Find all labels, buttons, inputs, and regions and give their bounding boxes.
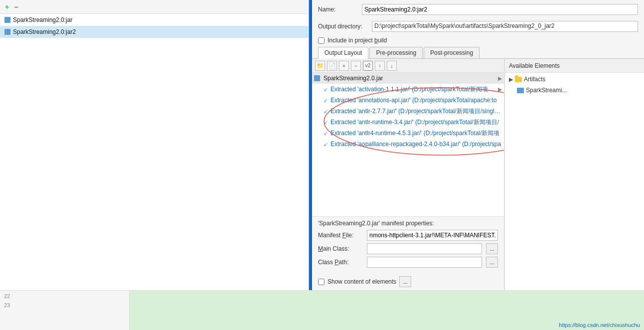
- extract-icon: [322, 86, 329, 93]
- jar-icon: [4, 28, 11, 35]
- manifest-title: 'SparkStreaming2.0.jar' manifest propert…: [318, 220, 498, 227]
- left-toolbar: + −: [0, 0, 309, 14]
- manifest-file-row: Manifest File:: [318, 230, 498, 241]
- tab-pre-processing[interactable]: Pre-processing: [369, 47, 423, 58]
- output-dir-label: Output directory:: [318, 23, 368, 30]
- expand-arrow: ▶: [498, 75, 502, 82]
- more-arrow: ▶: [498, 86, 502, 93]
- line-number-23: 23: [4, 301, 125, 310]
- more-icon: ...: [403, 279, 408, 285]
- bottom-left: 22 23: [0, 291, 130, 330]
- file-icon: 📄: [328, 62, 336, 69]
- show-content-checkbox[interactable]: [318, 279, 324, 285]
- line-numbers: 22 23: [0, 291, 129, 311]
- tree-root-item[interactable]: SparkStreaming2.0.jar ▶: [312, 73, 504, 84]
- extract-icon: [322, 108, 329, 115]
- down-icon: ↓: [390, 63, 393, 69]
- manifest-file-input[interactable]: [367, 230, 498, 241]
- tree-item-text: Extracted 'antlr-runtime-3.4.jar/' (D:/p…: [330, 118, 499, 127]
- tree-item-text: Extracted 'antlr4-runtime-4.5.3.jar/' (D…: [330, 129, 499, 138]
- class-path-browse-button[interactable]: ...: [486, 257, 498, 268]
- jar-icon: [314, 75, 320, 81]
- line-number-22: 22: [4, 292, 125, 301]
- artifact-name: SparkStreaming2.0:jar: [13, 16, 72, 23]
- main-class-browse-button[interactable]: ...: [486, 243, 498, 254]
- extract-icon: [322, 97, 329, 104]
- available-header: Available Elements: [505, 59, 644, 73]
- main-class-row: Main Class: ...: [318, 243, 498, 254]
- avail-item-sparkstreaming[interactable]: SparkStreami...: [505, 85, 644, 96]
- tree-item-text: Extracted 'antlr-2.7.7.jar/' (D:/project…: [330, 107, 502, 116]
- tree-content: SparkStreaming2.0.jar ▶ Extracted 'activ…: [312, 73, 504, 150]
- content-area: 📁 📄 + − v2 ↑: [312, 59, 644, 290]
- up-icon: ↑: [378, 63, 381, 69]
- tree-root-name: SparkStreaming2.0.jar: [323, 75, 383, 82]
- main-class-input[interactable]: [367, 243, 482, 254]
- artifact-tree-section: 📁 📄 + − v2 ↑: [312, 59, 504, 290]
- avail-spark-name: SparkStreami...: [526, 87, 567, 94]
- include-checkbox-row: Include in project build: [312, 34, 644, 47]
- extract-icon: [322, 119, 329, 126]
- main-class-label: Main Class:: [318, 245, 363, 252]
- show-content-label: Show content of elements: [327, 278, 396, 285]
- tab-post-processing[interactable]: Post-processing: [424, 47, 480, 58]
- available-section: Available Elements ▶ Artifacts SparkStre…: [504, 59, 644, 290]
- tree-toolbar: 📁 📄 + − v2 ↑: [312, 59, 504, 73]
- tree-item-text: Extracted 'annotations-api.jar/' (D:/pro…: [330, 97, 496, 104]
- artifact-item-jar1[interactable]: SparkStreaming2.0:jar: [0, 14, 309, 26]
- extract-icon: [322, 141, 329, 148]
- class-path-label: Class Path:: [318, 259, 363, 266]
- tree-with-oval: SparkStreaming2.0.jar ▶ Extracted 'activ…: [312, 73, 504, 216]
- add-artifact-button[interactable]: +: [4, 3, 10, 10]
- output-dir-row: Output directory: D:\project\sparkTotal\…: [312, 19, 644, 34]
- show-content-more-button[interactable]: ...: [399, 276, 411, 287]
- tree-add-button[interactable]: +: [339, 61, 349, 71]
- class-path-row: Class Path: ...: [318, 257, 498, 268]
- extract-icon: [322, 130, 329, 137]
- tab-output-layout[interactable]: Output Layout: [318, 47, 368, 59]
- folder-icon: 📁: [317, 62, 324, 69]
- tree-remove-button[interactable]: −: [351, 61, 361, 71]
- tree-file-button[interactable]: 📄: [327, 61, 337, 71]
- avail-expand-arrow: ▶: [509, 76, 513, 83]
- avail-jar-icon: [517, 88, 524, 93]
- avail-folder-icon: [515, 77, 522, 82]
- manifest-file-label: Manifest File:: [318, 232, 363, 239]
- manifest-section: 'SparkStreaming2.0.jar' manifest propert…: [312, 216, 504, 273]
- browse-icon: ...: [489, 246, 494, 252]
- show-content-row: Show content of elements ...: [312, 273, 504, 290]
- browse-icon: ...: [489, 259, 494, 265]
- tree-item-text: Extracted 'activation-1.1.1.jar/' (D:/pr…: [330, 85, 496, 94]
- class-path-input[interactable]: [367, 257, 482, 268]
- tree-item-aop[interactable]: Extracted 'aopalliance-repackaged-2.4.0-…: [312, 139, 504, 150]
- name-label: Name:: [318, 6, 358, 13]
- tree-folder-button[interactable]: 📁: [315, 61, 325, 71]
- tree-up-button[interactable]: ↑: [375, 61, 385, 71]
- include-checkbox[interactable]: [318, 37, 324, 44]
- tree-item-antlr4[interactable]: Extracted 'antlr4-runtime-4.5.3.jar/' (D…: [312, 128, 504, 139]
- artifact-name: SparkStreaming2.0:jar2: [13, 28, 76, 35]
- add-icon: +: [342, 63, 345, 69]
- bottom-url: https://blog.csdn.net/chixushuchu: [559, 322, 640, 328]
- tree-v2-button[interactable]: v2: [363, 61, 373, 71]
- tree-item-activation[interactable]: Extracted 'activation-1.1.1.jar/' (D:/pr…: [312, 84, 504, 95]
- bottom-area: 22 23 https://blog.csdn.net/chixushuchu: [0, 290, 644, 330]
- tree-item-antlr[interactable]: Extracted 'antlr-2.7.7.jar/' (D:/project…: [312, 106, 504, 117]
- jar-icon: [4, 16, 11, 23]
- remove-artifact-button[interactable]: −: [13, 3, 19, 10]
- artifact-list: SparkStreaming2.0:jar SparkStreaming2.0:…: [0, 14, 309, 290]
- name-row: Name:: [312, 0, 644, 19]
- bottom-right: https://blog.csdn.net/chixushuchu: [130, 291, 644, 330]
- minus-icon: −: [354, 63, 357, 69]
- artifact-item-jar2[interactable]: SparkStreaming2.0:jar2: [0, 26, 309, 38]
- name-input[interactable]: [362, 4, 638, 15]
- tree-down-button[interactable]: ↓: [387, 61, 397, 71]
- avail-item-artifacts[interactable]: ▶ Artifacts: [505, 74, 644, 85]
- tree-item-annotations[interactable]: Extracted 'annotations-api.jar/' (D:/pro…: [312, 95, 504, 106]
- avail-artifacts-label: Artifacts: [524, 76, 545, 83]
- available-tree: ▶ Artifacts SparkStreami...: [505, 73, 644, 290]
- include-label: Include in project build: [327, 37, 387, 44]
- tree-item-antlr-runtime[interactable]: Extracted 'antlr-runtime-3.4.jar/' (D:/p…: [312, 117, 504, 128]
- v2-label: v2: [365, 63, 371, 68]
- tabs-row: Output Layout Pre-processing Post-proces…: [312, 47, 644, 59]
